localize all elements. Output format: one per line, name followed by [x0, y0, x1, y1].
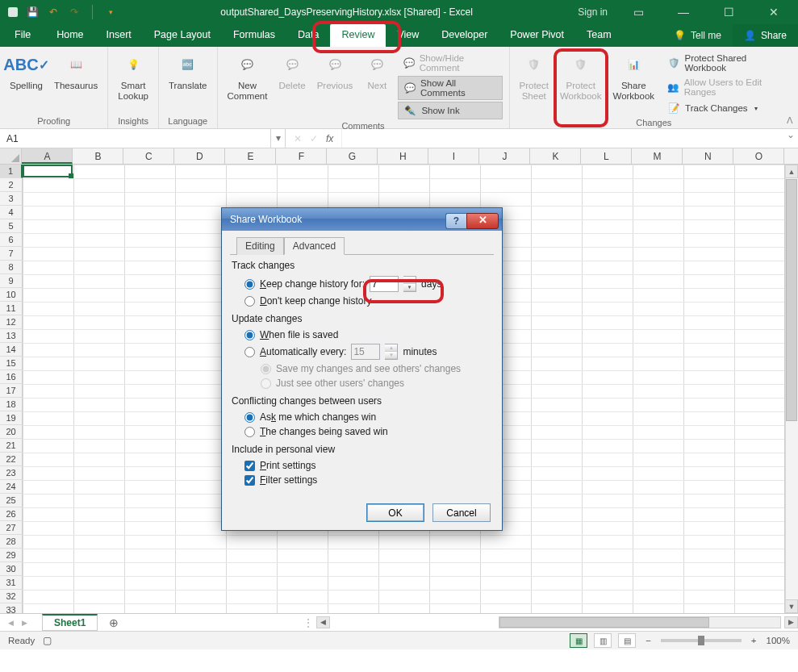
option-when-saved[interactable]: When file is saved [230, 328, 494, 342]
save-icon[interactable]: 💾 [26, 6, 39, 19]
row-header[interactable]: 8 [0, 261, 23, 274]
row-header[interactable]: 31 [0, 576, 23, 590]
tab-power-pivot[interactable]: Power Pivot [499, 24, 575, 47]
row-header[interactable]: 20 [0, 425, 23, 439]
zoom-slider[interactable] [661, 639, 742, 642]
tab-developer[interactable]: Developer [430, 24, 499, 47]
column-header[interactable]: D [174, 148, 225, 164]
tab-data[interactable]: Data [286, 24, 330, 47]
zoom-out-button[interactable]: − [642, 636, 654, 645]
column-header[interactable]: H [378, 148, 428, 164]
sign-in-link[interactable]: Sign in [578, 6, 608, 18]
spelling-button[interactable]: ABC✓ Spelling [6, 52, 46, 115]
row-header[interactable]: 10 [0, 288, 23, 302]
ribbon-display-icon[interactable]: ▭ [624, 6, 653, 19]
row-header[interactable]: 4 [0, 206, 23, 219]
track-changes-button[interactable]: 📝Track Changes▾ [662, 100, 792, 116]
dialog-help-button[interactable]: ? [445, 213, 466, 229]
dialog-ok-button[interactable]: OK [366, 503, 424, 522]
qat-customize-icon[interactable]: ▾ [104, 6, 117, 19]
row-header[interactable]: 19 [0, 411, 23, 425]
tab-file[interactable]: File [0, 24, 45, 47]
smart-lookup-button[interactable]: 💡 Smart Lookup [115, 52, 152, 115]
column-header[interactable]: A [22, 148, 73, 164]
column-header[interactable]: C [123, 148, 174, 164]
column-header[interactable]: O [733, 148, 784, 164]
column-header[interactable]: L [581, 148, 632, 164]
show-all-comments-button[interactable]: 💬Show All Comments [398, 76, 502, 100]
share-button[interactable]: 👤 Share [733, 24, 798, 47]
horizontal-scrollbar[interactable] [499, 616, 781, 628]
option-auto-every[interactable]: Automatically every: ▲▼ minutes [230, 342, 494, 361]
zoom-in-button[interactable]: + [748, 636, 760, 645]
close-icon[interactable]: ✕ [759, 6, 788, 19]
row-header[interactable]: 14 [0, 343, 23, 357]
checkbox-filter-settings[interactable] [244, 475, 255, 486]
row-header[interactable]: 13 [0, 329, 23, 343]
share-workbook-button[interactable]: 📊 Share Workbook [610, 52, 658, 116]
vertical-scrollbar[interactable]: ▲ ▼ [784, 165, 798, 613]
sheet-nav-prev-icon[interactable]: ◀ [8, 619, 14, 627]
row-header[interactable]: 7 [0, 247, 23, 261]
column-header[interactable]: F [276, 148, 327, 164]
row-header[interactable]: 15 [0, 357, 23, 370]
radio-saved-win[interactable] [244, 427, 255, 437]
column-header[interactable]: G [327, 148, 378, 164]
tab-formulas[interactable]: Formulas [222, 24, 286, 47]
dialog-tab-editing[interactable]: Editing [236, 237, 284, 255]
option-keep-history[interactable]: Keep change history for: ▲▼ days [230, 274, 494, 294]
insert-function-icon[interactable]: fx [326, 133, 333, 144]
option-ask-which-win[interactable]: Ask me which changes win [230, 410, 494, 424]
horizontal-scroll-thumb[interactable] [499, 617, 709, 628]
row-header[interactable]: 1 [0, 165, 23, 178]
option-print-settings[interactable]: Print settings [230, 458, 494, 473]
days-input[interactable] [370, 276, 399, 292]
column-header[interactable]: M [632, 148, 683, 164]
minimize-icon[interactable]: — [669, 6, 698, 19]
column-header[interactable]: N [683, 148, 733, 164]
row-header[interactable]: 2 [0, 178, 23, 192]
dialog-tab-advanced[interactable]: Advanced [284, 237, 345, 255]
row-header[interactable]: 21 [0, 439, 23, 453]
dialog-cancel-button[interactable]: Cancel [432, 503, 491, 522]
tab-review[interactable]: Review [330, 24, 386, 47]
tab-view[interactable]: View [386, 24, 430, 47]
expand-formula-bar-icon[interactable]: ⌄ [783, 129, 798, 148]
row-header[interactable]: 24 [0, 480, 23, 494]
redo-icon[interactable]: ↷ [68, 6, 81, 19]
row-header[interactable]: 32 [0, 590, 23, 603]
row-header[interactable]: 16 [0, 370, 23, 384]
row-header[interactable]: 12 [0, 315, 23, 329]
scroll-left-arrow-icon[interactable]: ◀ [316, 616, 330, 628]
checkbox-print-settings[interactable] [244, 461, 255, 471]
row-header[interactable]: 18 [0, 398, 23, 411]
tab-insert[interactable]: Insert [95, 24, 143, 47]
radio-dont-keep-history[interactable] [244, 296, 255, 307]
column-header[interactable]: J [479, 148, 530, 164]
column-header[interactable]: I [428, 148, 479, 164]
page-layout-view-button[interactable]: ▥ [594, 633, 612, 648]
row-header[interactable]: 6 [0, 233, 23, 247]
radio-ask-which-win[interactable] [244, 412, 255, 423]
select-all-button[interactable] [0, 148, 22, 164]
scroll-right-arrow-icon[interactable]: ▶ [784, 616, 798, 628]
vertical-scroll-thumb[interactable] [786, 179, 797, 421]
row-header[interactable]: 25 [0, 494, 23, 507]
scroll-down-arrow-icon[interactable]: ▼ [785, 599, 798, 613]
tell-me-search[interactable]: 💡 Tell me [662, 24, 733, 47]
sheet-tab-active[interactable]: Sheet1 [42, 614, 98, 631]
show-ink-button[interactable]: ✒️Show Ink [398, 102, 502, 119]
zoom-level[interactable]: 100% [767, 636, 790, 645]
row-header[interactable]: 17 [0, 384, 23, 398]
option-saved-win[interactable]: The changes being saved win [230, 424, 494, 439]
dialog-close-button[interactable]: ✕ [466, 213, 499, 229]
row-header[interactable]: 29 [0, 549, 23, 562]
column-header[interactable]: E [225, 148, 276, 164]
thesaurus-button[interactable]: 📖 Thesaurus [51, 52, 101, 115]
new-sheet-button[interactable]: ⊕ [106, 615, 122, 631]
protect-shared-workbook-button[interactable]: 🛡️Protect Shared Workbook [662, 52, 792, 74]
name-box-input[interactable] [0, 131, 270, 146]
tab-team[interactable]: Team [575, 24, 623, 47]
tab-page-layout[interactable]: Page Layout [143, 24, 222, 47]
radio-keep-history[interactable] [244, 279, 255, 290]
